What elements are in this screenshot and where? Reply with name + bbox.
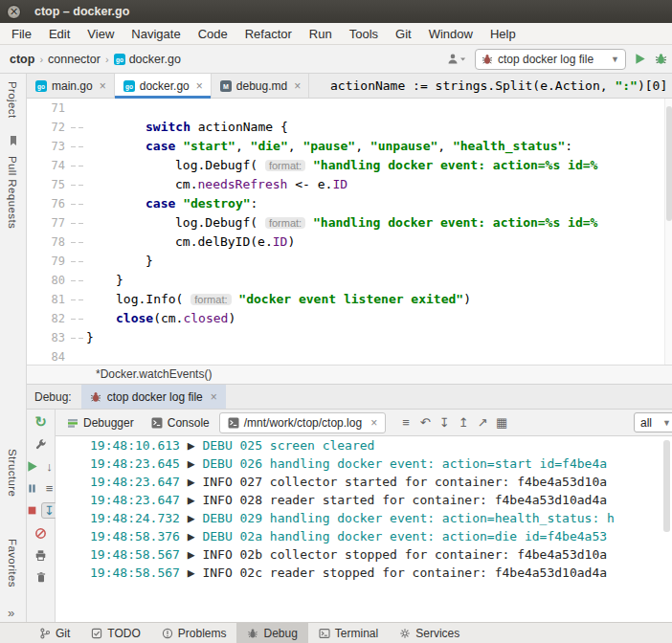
line-number[interactable]: 78: [27, 233, 71, 252]
line-number[interactable]: 77: [27, 213, 71, 233]
menu-run[interactable]: Run: [301, 25, 341, 43]
stop-icon[interactable]: [24, 503, 39, 519]
code-token: format:: [265, 160, 305, 171]
menu-tools[interactable]: Tools: [341, 25, 387, 43]
restore-layout-icon[interactable]: ↶: [416, 413, 434, 432]
line-number[interactable]: 76: [27, 194, 71, 213]
log-arrow: ▶: [188, 493, 203, 507]
editor-tab-docker.go[interactable]: godocker.go×: [115, 74, 212, 98]
log-timestamp: 19:48:58.567: [90, 565, 188, 580]
code-editor[interactable]: 7172switch actionName {73case "start", "…: [27, 99, 664, 365]
run-button[interactable]: [634, 53, 647, 66]
scrollbar-thumb[interactable]: [663, 440, 670, 532]
line-number[interactable]: 81: [27, 290, 71, 309]
line-number[interactable]: 80: [27, 271, 71, 290]
close-icon[interactable]: ×: [294, 79, 301, 93]
run-config-select[interactable]: ctop docker log file ▼: [475, 49, 626, 70]
breadcrumb-item-connector[interactable]: connector: [48, 53, 101, 66]
debugger-action-row: [34, 436, 49, 452]
line-number[interactable]: 71: [27, 99, 71, 118]
git-branch-icon: [39, 628, 51, 639]
toolbar-menu-icon[interactable]: ≡: [397, 413, 414, 432]
debug-tab-debugger[interactable]: Debugger: [59, 413, 142, 432]
scrollbar-thumb[interactable]: [666, 106, 672, 221]
log-level-filter-select[interactable]: all ▼: [634, 412, 672, 432]
close-icon[interactable]: ×: [211, 390, 217, 404]
wrench-icon[interactable]: [34, 436, 49, 452]
editor-context-bar: *Docker.watchEvents(): [27, 365, 672, 385]
statusbar-item-git[interactable]: Git: [29, 623, 80, 643]
log-line: 19:48:23.645 ▶ DEBU 026 handling docker …: [56, 455, 672, 473]
tool-window-button-favorites[interactable]: Favorites: [7, 539, 18, 588]
mute-breakpoints-icon[interactable]: [34, 525, 49, 541]
scroll-up-icon[interactable]: ↥: [455, 413, 472, 432]
breadcrumb: ctop›connector›godocker.go: [0, 53, 181, 66]
line-number[interactable]: 73: [27, 137, 71, 156]
statusbar-item-todo[interactable]: TODO: [80, 623, 150, 643]
svg-text:go: go: [116, 55, 123, 63]
menu-edit[interactable]: Edit: [40, 25, 78, 43]
line-number[interactable]: 79: [27, 252, 71, 271]
debug-tab--mnt-work-ctop-ctop-log[interactable]: /mnt/work/ctop/ctop.log×: [219, 412, 386, 433]
layout-grid-icon[interactable]: ▦: [493, 413, 510, 432]
user-account-icon[interactable]: [446, 53, 467, 65]
expand-icon[interactable]: ↗: [474, 413, 491, 432]
line-number[interactable]: 82: [27, 309, 71, 328]
editor-tab-label: main.go: [52, 79, 93, 93]
go-file-icon: go: [123, 80, 135, 92]
scroll-down-icon[interactable]: ↧: [436, 413, 453, 432]
menu-refactor[interactable]: Refactor: [236, 25, 301, 43]
statusbar-item-debug[interactable]: Debug: [236, 623, 307, 643]
line-number[interactable]: 74: [27, 156, 71, 175]
breadcrumb-item-docker.go[interactable]: godocker.go: [114, 53, 181, 66]
line-number[interactable]: 83: [27, 328, 71, 347]
breadcrumb-item-ctop[interactable]: ctop: [10, 53, 34, 66]
statusbar-item-services[interactable]: Services: [389, 623, 470, 643]
line-number[interactable]: 72: [27, 118, 71, 137]
debug-config-bug-icon: [482, 54, 493, 65]
tool-window-button-project[interactable]: Project: [7, 81, 18, 119]
log-output[interactable]: 19:48:10.613 ▶ DEBU 025 screen cleared19…: [56, 436, 672, 622]
code-token: "handling docker event: action=%s id=%: [313, 215, 597, 230]
line-number[interactable]: 75: [27, 175, 71, 194]
close-icon[interactable]: ×: [100, 79, 106, 93]
rerun-icon[interactable]: ↻: [34, 414, 49, 430]
menu-view[interactable]: View: [78, 25, 123, 43]
log-scrollbar[interactable]: [663, 440, 670, 584]
close-icon[interactable]: ×: [370, 416, 377, 430]
debug-button[interactable]: [655, 53, 668, 66]
menu-file[interactable]: File: [6, 25, 40, 43]
log-line: 19:48:58.567 ▶ INFO 02b collector stoppe…: [56, 545, 672, 564]
code-token: ":": [615, 78, 637, 93]
menu-navigate[interactable]: Navigate: [123, 25, 189, 43]
menu-git[interactable]: Git: [387, 25, 420, 43]
close-icon[interactable]: ×: [196, 79, 203, 93]
clear-log-icon[interactable]: [34, 569, 49, 585]
code-token: ): [287, 234, 295, 249]
bookmark-icon[interactable]: [8, 135, 19, 146]
editor-tab-main.go[interactable]: gomain.go×: [27, 74, 115, 98]
tool-window-button-pull-requests[interactable]: Pull Requests: [7, 156, 18, 229]
editor-scrollbar[interactable]: [664, 99, 672, 365]
menu-help[interactable]: Help: [482, 25, 525, 43]
log-timestamp: 19:48:10.613: [90, 438, 188, 453]
resume-icon[interactable]: [25, 458, 40, 474]
tool-window-button-structure[interactable]: Structure: [7, 449, 18, 497]
debug-tab-console[interactable]: Console: [144, 413, 217, 432]
code-token: [175, 196, 183, 211]
more-tool-windows-icon[interactable]: »: [8, 606, 14, 620]
pause-icon[interactable]: [25, 480, 40, 496]
log-arrow: ▶: [188, 529, 203, 543]
menu-window[interactable]: Window: [420, 25, 482, 43]
debug-session-tab[interactable]: ctop docker log file ×: [81, 385, 226, 409]
menu-code[interactable]: Code: [190, 25, 236, 43]
print-icon[interactable]: [34, 547, 49, 563]
statusbar-item-terminal[interactable]: Terminal: [308, 623, 389, 643]
window-close-icon[interactable]: ✕: [7, 5, 21, 19]
debug-tab-label: /mnt/work/ctop/ctop.log: [244, 416, 362, 430]
statusbar-item-label: Terminal: [335, 627, 378, 640]
log-arrow: ▶: [188, 511, 203, 525]
editor-tab-debug.md[interactable]: Mdebug.md×: [212, 74, 309, 98]
statusbar-item-problems[interactable]: Problems: [151, 623, 237, 643]
line-number[interactable]: 84: [27, 347, 71, 365]
